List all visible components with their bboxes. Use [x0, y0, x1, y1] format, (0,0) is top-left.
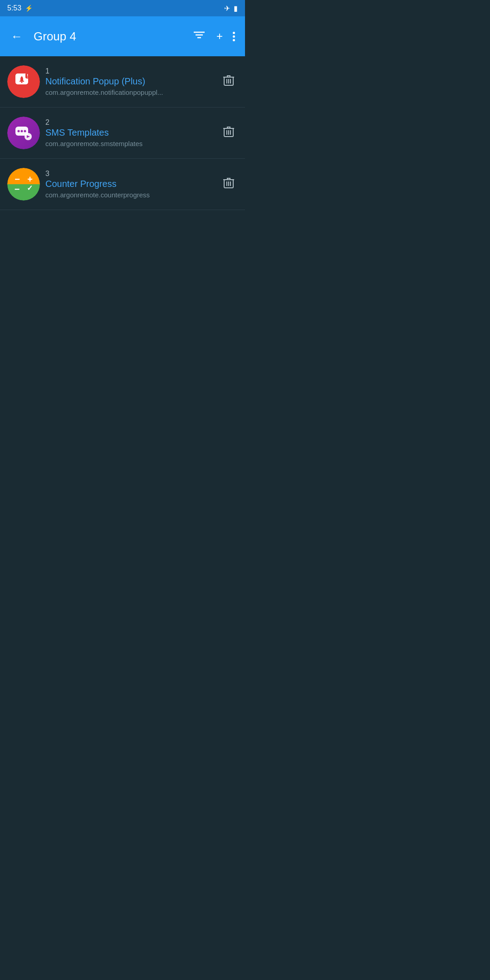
item-number-2: 2: [45, 118, 214, 127]
item-number-1: 1: [45, 67, 214, 75]
svg-point-4: [21, 82, 23, 83]
app-icon-notification: !: [7, 65, 40, 98]
page-title: Group 4: [34, 29, 182, 44]
svg-point-14: [21, 130, 23, 132]
airplane-icon: ✈: [224, 4, 230, 13]
status-bar-right: ✈ ▮: [224, 4, 238, 13]
item-content-1: 1 Notification Popup (Plus) com.argonrem…: [40, 67, 220, 96]
back-button[interactable]: ←: [7, 26, 26, 47]
status-bar: 5:53 ⚡ ✈ ▮: [0, 0, 245, 16]
item-package-2: com.argonremote.smstemplates: [45, 140, 214, 147]
app-list: ! 1 Notification Popup (Plus) com.argonr…: [0, 56, 245, 210]
list-item[interactable]: 2 SMS Templates com.argonremote.smstempl…: [0, 108, 245, 159]
svg-point-15: [24, 130, 26, 132]
dot-3: [233, 39, 235, 41]
svg-point-13: [18, 130, 20, 132]
status-bar-left: 5:53 ⚡: [7, 4, 33, 12]
item-title-2: SMS Templates: [45, 127, 214, 138]
battery-icon: ▮: [234, 4, 238, 13]
item-title-1: Notification Popup (Plus): [45, 76, 214, 87]
dot-1: [233, 32, 235, 34]
dot-2: [233, 35, 235, 38]
charging-icon: ⚡: [25, 5, 33, 12]
item-package-1: com.argonremote.notificationpopuppl...: [45, 88, 214, 96]
delete-button-3[interactable]: [220, 173, 238, 195]
item-content-2: 2 SMS Templates com.argonremote.smstempl…: [40, 118, 220, 147]
item-title-3: Counter Progress: [45, 179, 214, 189]
filter-button[interactable]: [189, 26, 209, 47]
delete-button-2[interactable]: [220, 122, 238, 144]
more-button[interactable]: [230, 28, 238, 45]
item-number-3: 3: [45, 170, 214, 178]
item-package-3: com.argonremote.counterprogress: [45, 191, 214, 199]
item-content-3: 3 Counter Progress com.argonremote.count…: [40, 170, 220, 199]
app-icon-counter: − + − ✓: [7, 168, 40, 201]
app-bar-actions: +: [189, 26, 238, 47]
svg-text:!: !: [27, 74, 28, 78]
list-item[interactable]: ! 1 Notification Popup (Plus) com.argonr…: [0, 56, 245, 108]
app-bar: ← Group 4 +: [0, 16, 245, 56]
app-icon-sms: [7, 117, 40, 149]
status-time: 5:53: [7, 4, 21, 12]
add-button[interactable]: +: [213, 26, 226, 46]
list-item[interactable]: − + − ✓ 3 Counter Progress com.argonremo…: [0, 159, 245, 210]
delete-button-1[interactable]: [220, 71, 238, 93]
